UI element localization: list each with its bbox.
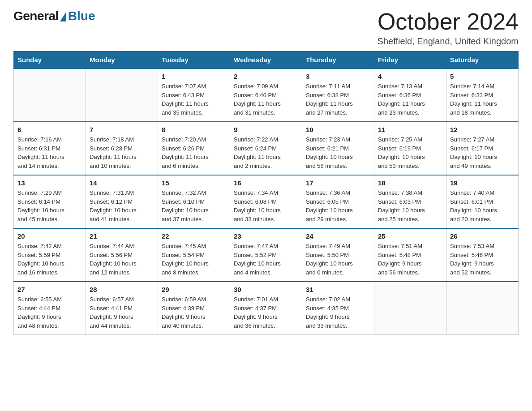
calendar-table: SundayMondayTuesdayWednesdayThursdayFrid… (13, 51, 519, 335)
day-info: Sunrise: 7:13 AM Sunset: 6:36 PM Dayligh… (378, 82, 442, 117)
day-info: Sunrise: 7:40 AM Sunset: 6:01 PM Dayligh… (450, 188, 515, 223)
calendar-cell: 11Sunrise: 7:25 AM Sunset: 6:19 PM Dayli… (374, 122, 446, 175)
day-info: Sunrise: 6:59 AM Sunset: 4:39 PM Dayligh… (162, 295, 226, 330)
day-info: Sunrise: 7:16 AM Sunset: 6:31 PM Dayligh… (17, 135, 82, 170)
day-info: Sunrise: 7:53 AM Sunset: 5:46 PM Dayligh… (450, 242, 515, 277)
day-number: 25 (378, 232, 442, 240)
day-number: 30 (234, 286, 298, 293)
calendar-cell: 17Sunrise: 7:36 AM Sunset: 6:05 PM Dayli… (302, 175, 374, 228)
calendar-cell: 12Sunrise: 7:27 AM Sunset: 6:17 PM Dayli… (446, 122, 519, 175)
day-number: 22 (162, 232, 226, 240)
day-info: Sunrise: 6:55 AM Sunset: 4:44 PM Dayligh… (17, 295, 82, 330)
day-number: 21 (90, 232, 154, 240)
calendar-cell: 25Sunrise: 7:51 AM Sunset: 5:48 PM Dayli… (374, 228, 446, 282)
day-number: 28 (90, 286, 154, 293)
calendar-cell: 29Sunrise: 6:59 AM Sunset: 4:39 PM Dayli… (158, 282, 230, 335)
day-info: Sunrise: 7:51 AM Sunset: 5:48 PM Dayligh… (378, 242, 442, 277)
calendar-cell: 28Sunrise: 6:57 AM Sunset: 4:41 PM Dayli… (86, 282, 158, 335)
weekday-header-sunday: Sunday (14, 51, 86, 69)
calendar-week-row: 20Sunrise: 7:42 AM Sunset: 5:59 PM Dayli… (14, 228, 519, 282)
day-number: 14 (90, 179, 154, 187)
day-number: 4 (378, 73, 442, 80)
calendar-cell (14, 68, 86, 122)
day-info: Sunrise: 7:07 AM Sunset: 6:43 PM Dayligh… (162, 82, 226, 117)
weekday-header-friday: Friday (374, 51, 446, 69)
day-info: Sunrise: 7:42 AM Sunset: 5:59 PM Dayligh… (17, 242, 82, 277)
day-info: Sunrise: 7:47 AM Sunset: 5:52 PM Dayligh… (234, 242, 298, 277)
calendar-cell: 15Sunrise: 7:32 AM Sunset: 6:10 PM Dayli… (158, 175, 230, 228)
day-info: Sunrise: 7:22 AM Sunset: 6:24 PM Dayligh… (234, 135, 298, 170)
day-number: 12 (450, 126, 515, 133)
title-section: October 2024 Sheffield, England, United … (378, 9, 519, 47)
logo-blue-text: Blue (68, 9, 95, 23)
calendar-cell: 16Sunrise: 7:34 AM Sunset: 6:08 PM Dayli… (230, 175, 302, 228)
day-info: Sunrise: 7:36 AM Sunset: 6:05 PM Dayligh… (306, 188, 370, 223)
calendar-cell: 5Sunrise: 7:14 AM Sunset: 6:33 PM Daylig… (446, 68, 519, 122)
calendar-cell: 8Sunrise: 7:20 AM Sunset: 6:26 PM Daylig… (158, 122, 230, 175)
calendar-week-row: 27Sunrise: 6:55 AM Sunset: 4:44 PM Dayli… (14, 282, 519, 335)
calendar-cell: 14Sunrise: 7:31 AM Sunset: 6:12 PM Dayli… (86, 175, 158, 228)
calendar-cell: 19Sunrise: 7:40 AM Sunset: 6:01 PM Dayli… (446, 175, 519, 228)
day-number: 2 (234, 73, 298, 80)
day-number: 13 (17, 179, 82, 187)
calendar-cell: 22Sunrise: 7:45 AM Sunset: 5:54 PM Dayli… (158, 228, 230, 282)
calendar-cell: 4Sunrise: 7:13 AM Sunset: 6:36 PM Daylig… (374, 68, 446, 122)
day-info: Sunrise: 7:38 AM Sunset: 6:03 PM Dayligh… (378, 188, 442, 223)
calendar-cell: 30Sunrise: 7:01 AM Sunset: 4:37 PM Dayli… (230, 282, 302, 335)
calendar-cell: 2Sunrise: 7:09 AM Sunset: 6:40 PM Daylig… (230, 68, 302, 122)
day-number: 10 (306, 126, 370, 133)
calendar-cell: 3Sunrise: 7:11 AM Sunset: 6:38 PM Daylig… (302, 68, 374, 122)
day-number: 31 (306, 286, 370, 293)
month-title: October 2024 (378, 9, 519, 34)
day-number: 18 (378, 179, 442, 187)
page-header: General Blue October 2024 Sheffield, Eng… (13, 9, 519, 47)
day-info: Sunrise: 7:44 AM Sunset: 5:56 PM Dayligh… (90, 242, 154, 277)
day-number: 20 (17, 232, 82, 240)
day-info: Sunrise: 7:18 AM Sunset: 6:28 PM Dayligh… (90, 135, 154, 170)
calendar-week-row: 1Sunrise: 7:07 AM Sunset: 6:43 PM Daylig… (14, 68, 519, 122)
location-label: Sheffield, England, United Kingdom (378, 36, 519, 47)
calendar-week-row: 6Sunrise: 7:16 AM Sunset: 6:31 PM Daylig… (14, 122, 519, 175)
calendar-week-row: 13Sunrise: 7:29 AM Sunset: 6:14 PM Dayli… (14, 175, 519, 228)
day-number: 24 (306, 232, 370, 240)
logo-general-text: General (13, 9, 59, 23)
day-info: Sunrise: 7:29 AM Sunset: 6:14 PM Dayligh… (17, 188, 82, 223)
day-info: Sunrise: 7:32 AM Sunset: 6:10 PM Dayligh… (162, 188, 226, 223)
day-number: 27 (17, 286, 82, 293)
calendar-cell: 9Sunrise: 7:22 AM Sunset: 6:24 PM Daylig… (230, 122, 302, 175)
day-number: 17 (306, 179, 370, 187)
day-info: Sunrise: 7:27 AM Sunset: 6:17 PM Dayligh… (450, 135, 515, 170)
day-number: 29 (162, 286, 226, 293)
day-info: Sunrise: 7:34 AM Sunset: 6:08 PM Dayligh… (234, 188, 298, 223)
weekday-header-thursday: Thursday (302, 51, 374, 69)
day-info: Sunrise: 7:45 AM Sunset: 5:54 PM Dayligh… (162, 242, 226, 277)
calendar-cell: 13Sunrise: 7:29 AM Sunset: 6:14 PM Dayli… (14, 175, 86, 228)
day-info: Sunrise: 7:23 AM Sunset: 6:21 PM Dayligh… (306, 135, 370, 170)
weekday-header-tuesday: Tuesday (158, 51, 230, 69)
day-info: Sunrise: 7:20 AM Sunset: 6:26 PM Dayligh… (162, 135, 226, 170)
day-number: 11 (378, 126, 442, 133)
day-number: 9 (234, 126, 298, 133)
day-number: 6 (17, 126, 82, 133)
calendar-cell: 21Sunrise: 7:44 AM Sunset: 5:56 PM Dayli… (86, 228, 158, 282)
calendar-cell: 7Sunrise: 7:18 AM Sunset: 6:28 PM Daylig… (86, 122, 158, 175)
day-info: Sunrise: 7:11 AM Sunset: 6:38 PM Dayligh… (306, 82, 370, 117)
calendar-cell: 27Sunrise: 6:55 AM Sunset: 4:44 PM Dayli… (14, 282, 86, 335)
day-number: 1 (162, 73, 226, 80)
calendar-cell: 1Sunrise: 7:07 AM Sunset: 6:43 PM Daylig… (158, 68, 230, 122)
calendar-cell (446, 282, 519, 335)
calendar-cell: 18Sunrise: 7:38 AM Sunset: 6:03 PM Dayli… (374, 175, 446, 228)
day-number: 19 (450, 179, 515, 187)
calendar-cell: 26Sunrise: 7:53 AM Sunset: 5:46 PM Dayli… (446, 228, 519, 282)
day-info: Sunrise: 6:57 AM Sunset: 4:41 PM Dayligh… (90, 295, 154, 330)
calendar-cell (374, 282, 446, 335)
calendar-cell: 10Sunrise: 7:23 AM Sunset: 6:21 PM Dayli… (302, 122, 374, 175)
calendar-cell: 23Sunrise: 7:47 AM Sunset: 5:52 PM Dayli… (230, 228, 302, 282)
day-info: Sunrise: 7:02 AM Sunset: 4:35 PM Dayligh… (306, 295, 370, 330)
weekday-header-saturday: Saturday (446, 51, 519, 69)
day-info: Sunrise: 7:31 AM Sunset: 6:12 PM Dayligh… (90, 188, 154, 223)
day-number: 15 (162, 179, 226, 187)
day-number: 3 (306, 73, 370, 80)
day-number: 8 (162, 126, 226, 133)
calendar-cell: 24Sunrise: 7:49 AM Sunset: 5:50 PM Dayli… (302, 228, 374, 282)
